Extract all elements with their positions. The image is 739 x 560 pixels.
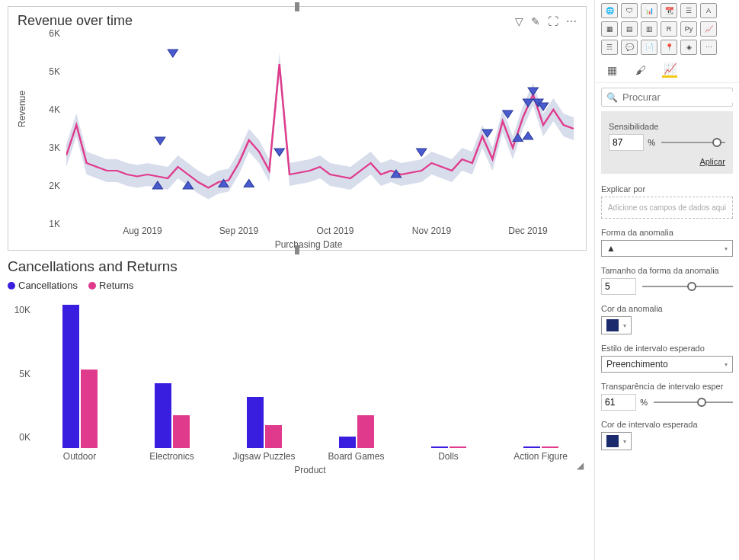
viz-type-icon[interactable]: Py [680,21,697,37]
y-axis-label: Revenue [17,91,27,127]
line-plot [66,34,574,224]
x-category-label: Jigsaw Puzzles [218,451,310,462]
interval-color-label: Cor de intervalo esperada [601,420,733,429]
bar[interactable] [265,425,282,448]
anomaly-color-select[interactable]: ▾ [601,316,632,334]
analytics-tab-icon[interactable]: 📈 [662,62,677,78]
interval-style-select[interactable]: Preenchimento ▾ [601,356,733,373]
anomaly-size-input[interactable] [601,278,636,295]
bar[interactable] [339,437,356,448]
x-axis-labels-2: OutdoorElectronicsJigsaw PuzzlesBoard Ga… [34,451,587,462]
bar-group [402,296,494,448]
y-axis-ticks: 1K2K3K4K5K6K [40,34,63,224]
anomaly-size-slider[interactable] [642,279,733,294]
viz-type-icon[interactable]: ◈ [680,40,697,55]
y-tick-label: 4K [49,104,60,115]
y-tick-label: 6K [49,28,60,39]
anomaly-color-swatch [606,319,619,331]
bar[interactable] [173,415,190,448]
sensitivity-input[interactable] [609,134,644,151]
x-category-label: Dolls [402,451,494,462]
more-options-icon[interactable]: ⋯ [566,15,577,27]
resize-handle-icon[interactable]: ◢ [577,460,584,471]
fields-tab-icon[interactable]: ▦ [604,62,619,78]
bar[interactable] [81,370,98,448]
legend-item[interactable]: Returns [88,280,134,291]
bar[interactable] [155,383,171,448]
y-tick-label: 2K [49,181,60,191]
bar[interactable] [431,446,448,448]
svg-marker-3 [417,149,427,156]
svg-marker-2 [274,149,284,156]
x-category-label: Outdoor [34,451,126,462]
interval-transparency-slider[interactable] [654,395,733,410]
viz-type-icon[interactable]: ☴ [601,40,618,55]
search-box[interactable]: 🔍 [601,88,733,107]
chart-cancellations-returns[interactable]: Cancellations and Returns CancellationsR… [8,258,587,471]
bar[interactable] [357,415,374,448]
viz-type-icon[interactable]: 📈 [700,21,717,37]
chevron-down-icon: ▾ [623,322,626,329]
chart-revenue-over-time[interactable]: Revenue over time ▽ ✎ ⛶ ⋯ Revenue 1K2K3K… [8,6,587,251]
legend-item[interactable]: Cancellations [8,280,78,291]
x-category-label: Electronics [126,451,218,462]
x-category-label: Action Figure [494,451,587,462]
y-tick-label: 0K [19,432,30,443]
viz-type-icon[interactable]: A [700,3,717,18]
viz-type-icon[interactable]: 🛡 [621,3,638,18]
visualizations-pane: 🌐🛡📊📆☰A▦▤▥RPy📈☴💬📄📍◈⋯ ▦ 🖌 📈 🔍 Sensibilidad… [594,0,739,560]
viz-type-icon[interactable]: ▦ [601,21,618,37]
bar[interactable] [542,446,558,448]
bar[interactable] [449,446,466,448]
viz-type-icon[interactable]: 🌐 [601,3,618,18]
apply-button[interactable]: Aplicar [609,157,725,166]
viz-type-icon[interactable]: ☰ [680,3,697,18]
format-tab-icon[interactable]: 🖌 [633,62,648,78]
viz-type-icon[interactable]: 💬 [621,40,638,55]
x-tick-label: Sep 2019 [219,226,258,236]
chart1-title: Revenue over time [18,13,133,29]
bar-group [34,296,126,448]
y-tick-label: 1K [49,219,60,229]
viz-type-icon[interactable]: ▥ [641,21,657,37]
viz-type-icon[interactable]: 📄 [641,40,657,55]
viz-type-icon[interactable]: R [661,21,677,37]
y-tick-label: 5K [19,369,30,379]
viz-type-icon[interactable]: ⋯ [700,40,717,55]
bar[interactable] [523,446,540,448]
barchart-area: 0K5K10K OutdoorElectronicsJigsaw Puzzles… [34,296,587,471]
legend-label: Returns [99,280,134,291]
viz-type-icon[interactable]: 📊 [641,3,657,18]
sensitivity-slider[interactable] [661,135,725,150]
interval-transparency-input[interactable] [601,394,636,411]
interval-color-select[interactable]: ▾ [601,432,632,450]
anomaly-shape-label: Forma da anomalia [601,228,733,237]
anomaly-shape-value: ▲ [606,243,616,254]
bar-group [126,296,218,448]
bar[interactable] [62,305,79,448]
chevron-down-icon: ▾ [725,245,728,252]
y-tick-label: 10K [14,305,30,315]
viz-type-icon[interactable]: 📆 [661,3,677,18]
filter-icon[interactable]: ▽ [515,15,523,27]
y-axis-ticks-2: 0K5K10K [11,296,34,448]
viz-type-icon[interactable]: 📍 [661,40,677,55]
search-input[interactable] [622,91,739,103]
interval-transparency-label: Transparência de intervalo esper [601,382,733,391]
chart2-title: Cancellations and Returns [8,258,587,275]
explain-by-dropzone[interactable]: Adicione os campos de dados aqui [601,197,733,219]
search-icon: 🔍 [606,92,618,103]
viz-type-icon[interactable]: ▤ [621,21,638,37]
sort-icon[interactable]: ✎ [531,15,540,27]
interval-style-value: Preenchimento [606,359,668,370]
y-tick-label: 3K [49,142,60,153]
anomaly-shape-select[interactable]: ▲ ▾ [601,240,733,257]
bar[interactable] [247,397,264,448]
linechart-area: Revenue 1K2K3K4K5K6K Aug 2019Sep 2019Oct… [40,34,577,247]
x-axis-label-2: Product [294,465,325,475]
focus-mode-icon[interactable]: ⛶ [548,15,558,27]
x-tick-label: Dec 2019 [508,226,547,236]
interval-color-swatch [606,435,619,447]
anomaly-size-label: Tamanho da forma da anomalia [601,266,733,275]
percent-unit: % [640,398,648,407]
